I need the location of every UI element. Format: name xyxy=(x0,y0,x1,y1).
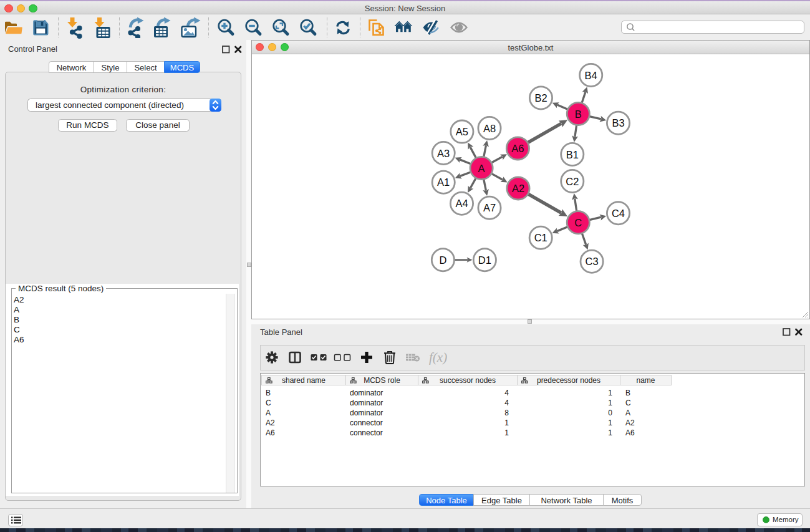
svg-text:A6: A6 xyxy=(511,143,524,154)
svg-text:C3: C3 xyxy=(586,256,599,267)
svg-text:B2: B2 xyxy=(534,92,547,104)
svg-text:C1: C1 xyxy=(534,232,547,243)
svg-text:A2: A2 xyxy=(512,183,524,194)
svg-text:D: D xyxy=(439,254,446,266)
svg-text:C2: C2 xyxy=(566,176,579,187)
svg-text:A1: A1 xyxy=(437,177,450,188)
svg-text:C4: C4 xyxy=(612,208,625,219)
svg-text:A4: A4 xyxy=(455,198,468,209)
svg-text:B3: B3 xyxy=(612,117,624,128)
svg-text:B: B xyxy=(575,109,582,120)
svg-text:B4: B4 xyxy=(585,70,597,81)
svg-text:A3: A3 xyxy=(437,148,450,159)
svg-text:A7: A7 xyxy=(483,202,496,213)
svg-text:C: C xyxy=(574,217,582,228)
svg-text:A5: A5 xyxy=(456,126,468,137)
svg-text:f(x): f(x) xyxy=(429,351,447,365)
svg-text:A: A xyxy=(478,163,485,174)
svg-text:D1: D1 xyxy=(478,254,491,266)
svg-text:B1: B1 xyxy=(566,149,579,160)
svg-text:A8: A8 xyxy=(483,123,496,134)
